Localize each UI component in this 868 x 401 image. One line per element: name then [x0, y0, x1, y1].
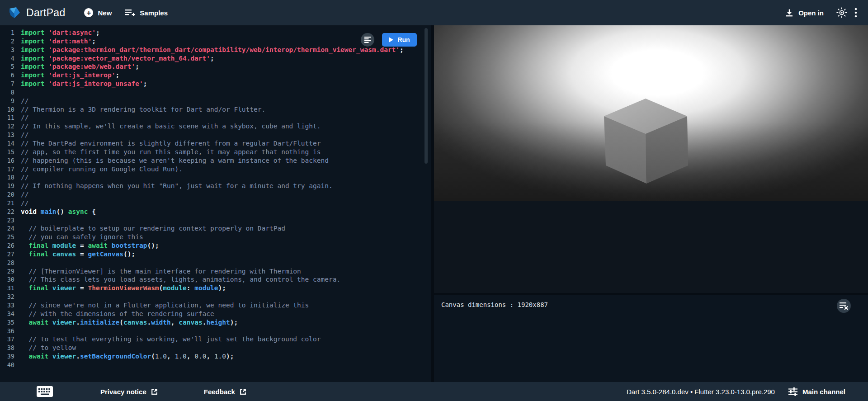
- keyboard-icon: [36, 385, 53, 398]
- line-number: 28: [0, 259, 14, 267]
- overflow-menu-button[interactable]: [854, 8, 857, 18]
- code-line: 26 final module = await bootstrap();: [0, 241, 431, 250]
- console-panel: Canvas dimensions : 868x401: [434, 295, 868, 382]
- code-line: 28: [0, 259, 431, 267]
- editor-actions: Run: [361, 33, 417, 47]
- line-source: //: [21, 173, 28, 182]
- code-line: 17// compiler running on Google Cloud Ru…: [0, 165, 431, 174]
- line-number: 25: [0, 233, 14, 241]
- code-line: 4import 'package:vector_math/vector_math…: [0, 54, 431, 63]
- dartpad-app: DartPad + New Samples Open in: [0, 0, 868, 401]
- line-source: // to test that everything is working, w…: [21, 335, 321, 344]
- code-editor[interactable]: 1import 'dart:async';2import 'dart:math'…: [0, 25, 431, 382]
- line-source: await viewer.initialize(canvas.width, ca…: [21, 318, 238, 327]
- download-icon: [785, 8, 794, 17]
- line-source: final module = await bootstrap();: [21, 241, 159, 250]
- line-number: 27: [0, 250, 14, 259]
- new-button[interactable]: + New: [84, 8, 112, 17]
- code-line: 12// In this sample, we'll create a basi…: [0, 122, 431, 131]
- feedback-link[interactable]: Feedback: [204, 388, 246, 396]
- keyboard-button[interactable]: [36, 385, 53, 398]
- run-button[interactable]: Run: [382, 33, 417, 47]
- line-source: // app, so the first time you run this s…: [21, 148, 321, 156]
- code-line: 15// app, so the first time you run this…: [0, 148, 431, 156]
- line-number: 16: [0, 156, 14, 165]
- line-number: 29: [0, 267, 14, 276]
- code-line: 29 // [ThermionViewer] is the main inter…: [0, 267, 431, 276]
- line-number: 21: [0, 199, 14, 208]
- line-source: import 'dart:async';: [21, 28, 100, 37]
- line-source: //: [21, 131, 28, 139]
- line-source: import 'package:vector_math/vector_math_…: [21, 54, 214, 63]
- line-source: // boilerplate to setup our rendering co…: [21, 224, 285, 233]
- theme-toggle-button[interactable]: [836, 7, 847, 18]
- line-source: // happening (this is because we aren't …: [21, 156, 329, 165]
- sdk-version-text: Dart 3.5.0-284.0.dev • Flutter 3.23.0-13…: [627, 388, 775, 396]
- line-number: 8: [0, 88, 14, 97]
- render-viewport[interactable]: [434, 25, 868, 201]
- format-button[interactable]: [361, 33, 374, 47]
- code-line: 6import 'dart:js_interop';: [0, 71, 431, 80]
- open-in-button[interactable]: Open in: [785, 8, 824, 17]
- line-source: import 'dart:js_interop_unsafe';: [21, 80, 147, 88]
- line-number: 31: [0, 284, 14, 292]
- channel-selector[interactable]: Main channel: [788, 387, 845, 396]
- code-line: 27 final canvas = getCanvas();: [0, 250, 431, 259]
- line-source: // [ThermionViewer] is the main interfac…: [21, 267, 301, 276]
- format-icon: [364, 37, 371, 43]
- line-source: import 'dart:math';: [21, 37, 96, 46]
- line-source: final canvas = getCanvas();: [21, 250, 135, 259]
- line-source: import 'dart:js_interop';: [21, 71, 119, 80]
- code-line: 19// If nothing happens when you hit "Ru…: [0, 182, 431, 190]
- viewport-lower-area: [434, 201, 868, 293]
- cube-3d: [600, 98, 689, 184]
- line-source: // you can safely ignore this: [21, 233, 143, 241]
- code-line: 30 // This class lets you load assets, l…: [0, 275, 431, 284]
- code-line: 3import 'package:thermion_dart/thermion_…: [0, 46, 431, 54]
- console-output: Canvas dimensions : 868x401: [441, 301, 861, 308]
- line-number: 4: [0, 54, 14, 63]
- add-circle-icon: +: [84, 8, 93, 17]
- line-number: 14: [0, 139, 14, 148]
- line-number: 1: [0, 28, 14, 37]
- line-number: 35: [0, 318, 14, 327]
- line-number: 5: [0, 62, 14, 71]
- line-number: 24: [0, 224, 14, 233]
- clear-console-button[interactable]: [837, 299, 851, 313]
- footer: Privacy notice Feedback Dart 3.5.0-284.0…: [0, 382, 868, 401]
- line-number: 13: [0, 131, 14, 139]
- code-line: 34 // with the dimensions of the renderi…: [0, 310, 431, 318]
- line-number: 32: [0, 292, 14, 301]
- code-line: 7import 'dart:js_interop_unsafe';: [0, 80, 431, 88]
- brand: DartPad: [8, 6, 65, 19]
- code-line: 9//: [0, 97, 431, 105]
- kebab-menu-icon: [854, 8, 857, 18]
- code-line: 38 // to yellow: [0, 344, 431, 352]
- clear-console-icon: [840, 302, 848, 310]
- line-source: // If nothing happens when you hit "Run"…: [21, 182, 333, 190]
- line-number: 19: [0, 182, 14, 190]
- header: DartPad + New Samples Open in: [0, 0, 868, 25]
- feedback-label: Feedback: [204, 388, 235, 396]
- code-line: 40: [0, 361, 431, 369]
- line-number: 30: [0, 275, 14, 284]
- code-line: 5import 'package:web/web.dart';: [0, 62, 431, 71]
- code-line: 31 final viewer = ThermionViewerWasm(mod…: [0, 284, 431, 292]
- code-line: 21//: [0, 199, 431, 208]
- line-number: 11: [0, 113, 14, 122]
- editor-scrollbar[interactable]: [425, 28, 428, 164]
- run-button-label: Run: [397, 36, 410, 43]
- code-line: 35 await viewer.initialize(canvas.width,…: [0, 318, 431, 327]
- open-in-label: Open in: [798, 9, 824, 17]
- play-icon: [389, 37, 393, 42]
- code-line: 36: [0, 327, 431, 335]
- code-line: 11//: [0, 113, 431, 122]
- line-source: //: [21, 190, 28, 199]
- line-source: // This class lets you load assets, ligh…: [21, 275, 340, 284]
- privacy-notice-link[interactable]: Privacy notice: [100, 388, 158, 396]
- new-button-label: New: [98, 9, 112, 17]
- line-number: 37: [0, 335, 14, 344]
- code-line: 14// The DartPad environment is slightly…: [0, 139, 431, 148]
- samples-button[interactable]: Samples: [125, 9, 168, 17]
- main-area: 1import 'dart:async';2import 'dart:math'…: [0, 25, 868, 382]
